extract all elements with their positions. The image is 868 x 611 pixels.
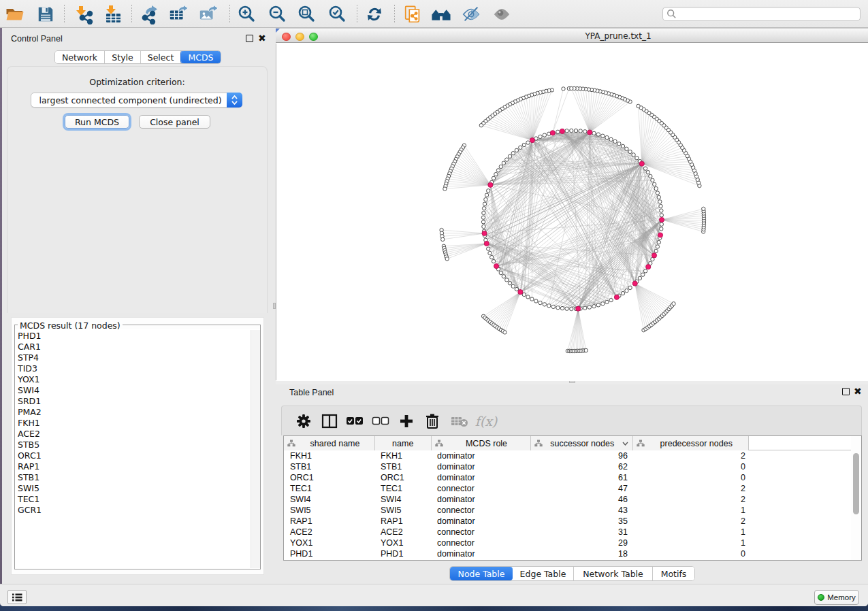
result-node-item[interactable]: STP4 — [15, 352, 260, 363]
column-header-shared-name[interactable]: shared name — [284, 436, 375, 450]
table-row[interactable]: STB1STB1dominator620 — [284, 461, 861, 472]
select-all-columns-button[interactable] — [344, 411, 365, 431]
table-row[interactable]: TEC1TEC1connector472 — [284, 483, 861, 494]
result-node-item[interactable]: RAP1 — [15, 461, 260, 472]
new-network-from-selection-button[interactable] — [402, 4, 423, 24]
zoom-selected-button[interactable] — [327, 4, 347, 24]
table-scrollbar-thumb[interactable] — [853, 453, 859, 514]
function-builder-button[interactable]: f(x) — [473, 411, 499, 431]
result-node-item[interactable]: PHD1 — [15, 331, 260, 342]
open-session-button[interactable] — [5, 4, 25, 24]
export-table-button[interactable] — [168, 4, 189, 24]
cell-successor-nodes: 35 — [531, 516, 628, 527]
tab-node-table[interactable]: Node Table — [450, 567, 513, 580]
refresh-view-button[interactable] — [364, 4, 385, 24]
table-panel-tabs: Node Table Edge Table Network Table Moti… — [449, 566, 695, 581]
result-node-item[interactable]: ACE2 — [15, 429, 260, 440]
result-node-item[interactable]: CAR1 — [15, 342, 260, 352]
result-node-item[interactable]: STB1 — [15, 472, 260, 483]
table-row[interactable]: SWI5SWI5connector431 — [284, 505, 861, 516]
tab-network[interactable]: Network — [55, 51, 105, 63]
column-header-predecessor-nodes[interactable]: predecessor nodes — [633, 436, 749, 450]
show-column-panel-button[interactable] — [319, 411, 340, 431]
delete-table-button[interactable] — [449, 411, 470, 431]
result-node-item[interactable]: ORC1 — [15, 450, 260, 461]
result-node-item[interactable]: YOX1 — [15, 374, 260, 385]
table-scrollbar[interactable] — [851, 436, 861, 560]
memory-button[interactable]: Memory — [814, 590, 859, 605]
zoom-fit-button[interactable] — [296, 4, 317, 24]
column-header-MCDS-role[interactable]: MCDS role — [432, 436, 531, 450]
open-folder-icon — [5, 5, 25, 24]
run-mcds-button[interactable]: Run MCDS — [65, 115, 129, 129]
result-node-item[interactable]: SWI5 — [15, 483, 260, 494]
tab-mcds[interactable]: MCDS — [181, 51, 221, 63]
zoom-in-button[interactable] — [236, 4, 257, 24]
tab-style[interactable]: Style — [105, 51, 141, 63]
node-table: shared namenameMCDS rolesuccessor nodesp… — [283, 435, 862, 561]
table-row[interactable]: ORC1ORC1dominator610 — [284, 472, 861, 483]
save-floppy-icon — [36, 5, 55, 24]
network-canvas[interactable] — [276, 44, 868, 380]
float-panel-icon[interactable] — [246, 35, 253, 42]
save-session-button[interactable] — [35, 4, 56, 24]
table-panel: Table Panel ✖ — [276, 384, 868, 584]
close-panel-icon[interactable]: ✖ — [258, 35, 266, 42]
export-network-button[interactable] — [139, 4, 159, 24]
export-image-button[interactable] — [198, 4, 219, 24]
result-node-item[interactable]: PMA2 — [15, 407, 260, 418]
search-input[interactable] — [662, 7, 861, 21]
zoom-out-button[interactable] — [267, 4, 287, 24]
result-node-item[interactable]: SWI4 — [15, 385, 260, 396]
result-node-item[interactable]: SRD1 — [15, 396, 260, 407]
list-icon — [12, 593, 22, 602]
table-row[interactable]: RAP1RAP1dominator352 — [284, 516, 861, 527]
create-column-button[interactable] — [396, 411, 417, 431]
result-node-item[interactable]: STB5 — [15, 440, 260, 450]
result-list-scrollbar[interactable] — [251, 330, 260, 568]
shared-column-icon — [637, 440, 645, 447]
table-row[interactable]: ACE2ACE2connector311 — [284, 527, 861, 538]
tab-motifs[interactable]: Motifs — [653, 567, 694, 580]
table-panel-title: Table Panel — [289, 388, 334, 397]
column-header-successor-nodes[interactable]: successor nodes — [531, 436, 634, 450]
tab-network-table[interactable]: Network Table — [574, 567, 653, 580]
cell-mcds-role: dominator — [437, 450, 526, 461]
delete-column-button[interactable] — [422, 411, 443, 431]
hide-selected-button[interactable] — [461, 4, 481, 24]
column-header-label: successor nodes — [543, 439, 623, 448]
deselect-all-columns-button[interactable] — [370, 411, 391, 431]
result-node-item[interactable]: TEC1 — [15, 494, 260, 505]
mcds-result-list[interactable]: PHD1CAR1STP4TID3YOX1SWI4SRD1PMA2FKH1ACE2… — [15, 329, 260, 569]
import-network-button[interactable] — [74, 4, 94, 24]
table-row[interactable]: PHD1PHD1dominator180 — [284, 548, 861, 559]
float-table-panel-icon[interactable] — [842, 388, 850, 395]
tab-edge-table[interactable]: Edge Table — [513, 567, 574, 580]
status-bar: Memory — [0, 584, 868, 606]
refresh-icon — [364, 4, 385, 24]
vertical-splitter-handle[interactable] — [273, 303, 276, 309]
table-row[interactable]: YOX1YOX1connector291 — [284, 538, 861, 548]
column-header-name[interactable]: name — [375, 436, 432, 450]
table-row[interactable]: SWI4SWI4dominator462 — [284, 494, 861, 505]
result-node-item[interactable]: GCR1 — [15, 505, 260, 516]
table-settings-button[interactable] — [293, 411, 314, 431]
cell-mcds-role: dominator — [437, 472, 526, 483]
show-all-button[interactable] — [492, 4, 512, 24]
cell-predecessor-nodes: 0 — [633, 548, 745, 559]
close-panel-button[interactable]: Close panel — [139, 115, 210, 129]
import-table-button[interactable] — [103, 4, 123, 24]
close-table-panel-icon[interactable]: ✖ — [854, 388, 862, 395]
task-history-button[interactable] — [7, 590, 27, 604]
result-node-item[interactable]: FKH1 — [15, 418, 260, 429]
first-neighbors-button[interactable] — [431, 4, 451, 24]
shared-column-icon — [534, 440, 543, 447]
cell-shared-name: FKH1 — [290, 450, 372, 461]
zoom-fit-icon — [296, 4, 317, 24]
tab-select[interactable]: Select — [141, 51, 181, 63]
table-row[interactable]: FKH1FKH1dominator962 — [284, 450, 861, 461]
optimization-criterion-select[interactable]: largest connected component (undirected) — [31, 93, 242, 108]
result-node-item[interactable]: TID3 — [15, 363, 260, 374]
new-network-from-selection-icon — [402, 3, 423, 25]
network-window-titlebar[interactable]: YPA_prune.txt_1 — [276, 28, 868, 43]
